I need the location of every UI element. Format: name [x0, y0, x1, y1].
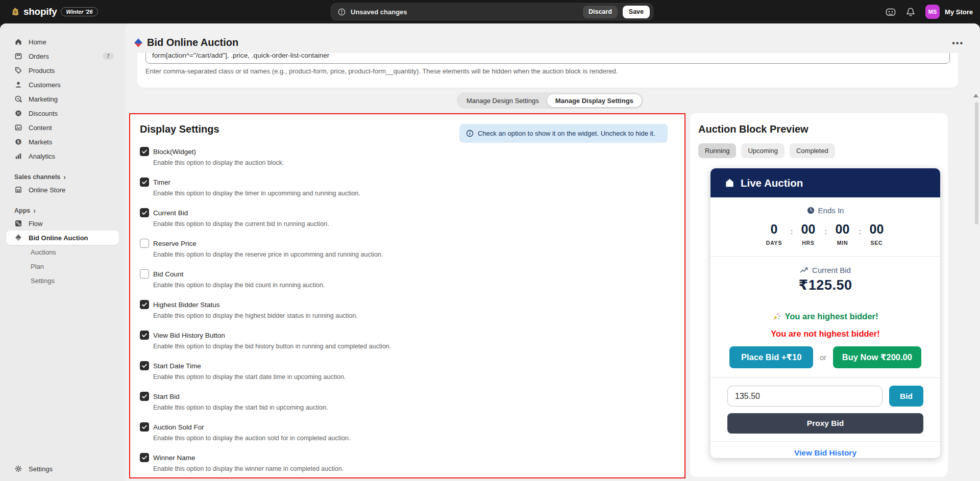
option-checkbox[interactable] [140, 300, 149, 309]
svg-text:S: S [14, 10, 17, 14]
preview-state-tabs: Running Upcoming Completed [698, 143, 835, 158]
bars-icon [14, 152, 22, 160]
display-option: Bid Count Enable this option to display … [140, 269, 674, 300]
sidebar-item-discounts[interactable]: Discounts [6, 106, 119, 120]
scrollbar-up-arrow[interactable] [973, 94, 978, 97]
sidebar: Home Orders 7 Products Customers Marketi… [0, 23, 125, 481]
sidebar-item-products[interactable]: Products [6, 63, 119, 78]
sidebar-item-settings[interactable]: Settings [6, 462, 119, 476]
selector-help-text: Enter comma-separated class or id names … [145, 67, 618, 75]
edition-badge: Winter '26 [61, 7, 97, 16]
more-actions-button[interactable]: ••• [952, 39, 964, 48]
auction-app-icon [133, 38, 143, 48]
option-description: Enable this option to display the bid hi… [153, 343, 674, 350]
sidebar-item-orders[interactable]: Orders 7 [6, 49, 119, 63]
ends-in-row: Ends In [710, 206, 940, 215]
globe-icon: $ [14, 138, 22, 146]
shopify-logo[interactable]: S shopify Winter '26 [11, 6, 98, 17]
option-checkbox[interactable] [140, 239, 149, 248]
scrollbar-thumb[interactable] [975, 102, 978, 224]
option-checkbox[interactable] [140, 361, 149, 370]
sidebar-item-analytics[interactable]: Analytics [6, 149, 119, 163]
tab-manage-display-settings[interactable]: Manage Display Settings [547, 94, 642, 107]
divider [710, 256, 940, 257]
live-auction-header: Live Auction [710, 168, 940, 197]
option-checkbox[interactable] [140, 453, 149, 462]
current-bid-label: Current Bid [812, 266, 851, 274]
check-icon [141, 301, 148, 308]
option-checkbox[interactable] [140, 331, 149, 340]
tab-manage-design-settings[interactable]: Manage Design Settings [458, 94, 547, 107]
check-icon [141, 148, 148, 155]
bid-amount-input[interactable] [727, 386, 883, 407]
sidebar-item-content[interactable]: Content [6, 120, 119, 135]
option-checkbox[interactable] [140, 392, 149, 401]
display-option: Block(Widget) Enable this option to disp… [140, 147, 674, 178]
store-name[interactable]: My Store [945, 8, 973, 16]
info-banner-text: Check an option to show it on the widget… [478, 130, 655, 137]
tag-icon [14, 66, 22, 74]
display-settings-panel: Display Settings Check an option to show… [129, 113, 685, 478]
buy-now-button[interactable]: Buy Now ₹200.00 [833, 346, 921, 368]
option-label: Highest Bidder Status [153, 301, 220, 309]
place-bid-button[interactable]: Place Bid +₹10 [729, 346, 813, 368]
sales-channels-header[interactable]: Sales channels› [6, 171, 119, 183]
sidebar-item-marketing[interactable]: Marketing [6, 92, 119, 106]
display-options-list: Block(Widget) Enable this option to disp… [140, 147, 674, 481]
preview-state-tab[interactable]: Completed [790, 143, 835, 158]
apps-header[interactable]: Apps› [6, 205, 119, 216]
view-bid-history-link[interactable]: View Bid History [710, 448, 940, 458]
sidekick-icon[interactable] [886, 7, 896, 16]
house-icon [725, 178, 734, 188]
divider [710, 441, 940, 442]
sidebar-item-markets[interactable]: $ Markets [6, 135, 119, 149]
option-checkbox[interactable] [140, 422, 149, 432]
option-label: Winner Name [153, 454, 195, 462]
app-frame: Home Orders 7 Products Customers Marketi… [0, 23, 980, 481]
option-description: Enable this option to display the start … [153, 404, 674, 411]
store-avatar[interactable]: MS [925, 5, 940, 19]
shopify-wordmark: shopify [23, 6, 57, 17]
option-checkbox[interactable] [140, 269, 149, 279]
bid-button[interactable]: Bid [889, 386, 923, 407]
sidebar-item-home[interactable]: Home [6, 35, 119, 49]
discard-button[interactable]: Discard [583, 6, 618, 18]
countdown-unit: SEC [866, 240, 888, 246]
option-description: Enable this option to display the auctio… [153, 435, 674, 442]
option-description: Enable this option to display the reserv… [153, 251, 674, 258]
countdown-group: 00 HRS [797, 222, 820, 246]
countdown-group: 0 DAYS [763, 222, 786, 246]
option-description: Enable this option to display the highes… [153, 312, 674, 319]
option-checkbox[interactable] [140, 208, 149, 217]
live-auction-title: Live Auction [741, 177, 803, 189]
preview-state-tab[interactable]: Upcoming [741, 143, 785, 158]
countdown-group: 00 MIN [831, 222, 854, 246]
sidebar-subitem-plan[interactable]: Plan [6, 259, 119, 273]
hide-selectors-input[interactable] [145, 53, 950, 64]
target-icon [14, 95, 22, 103]
option-description: Enable this option to display the auctio… [153, 159, 674, 166]
sidebar-subitem-auctions[interactable]: Auctions [6, 245, 119, 259]
option-checkbox[interactable] [140, 178, 149, 187]
sidebar-item-online-store[interactable]: Online Store [6, 183, 119, 197]
clock-icon [807, 207, 815, 214]
proxy-bid-button[interactable]: Proxy Bid [727, 413, 923, 434]
sidebar-item-flow[interactable]: Flow [6, 216, 119, 231]
countdown-unit: HRS [797, 240, 820, 246]
option-label: Auction Sold For [153, 423, 204, 431]
countdown: 0 DAYS 00 HRS 00 MIN [710, 222, 940, 246]
main-content: Bid Online Auction ••• Enter comma-separ… [125, 23, 980, 481]
preview-state-tab[interactable]: Running [698, 143, 736, 158]
sidebar-item-bid-online-auction[interactable]: Bid Online Auction [6, 231, 119, 245]
sidebar-subitem-settings[interactable]: Settings [6, 273, 119, 288]
orders-count-badge: 7 [103, 53, 114, 60]
save-button[interactable]: Save [623, 6, 650, 18]
orders-icon [14, 52, 22, 60]
countdown-group: 00 SEC [866, 222, 888, 246]
notifications-bell-icon[interactable] [906, 7, 915, 17]
sidebar-item-customers[interactable]: Customers [6, 78, 119, 92]
option-checkbox[interactable] [140, 147, 149, 156]
display-option: Highest Bidder Status Enable this option… [140, 300, 674, 331]
current-bid-value: ₹125.50 [710, 277, 940, 293]
option-description: Enable this option to display the start … [153, 373, 674, 381]
